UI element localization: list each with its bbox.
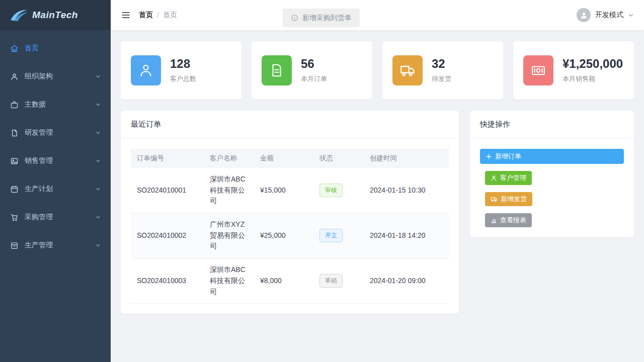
user-icon: [131, 55, 161, 85]
sidebar-item-label: 首页: [25, 44, 39, 53]
sidebar: MainTech 首页 组织架构 主数据: [0, 0, 111, 362]
breadcrumb-separator: /: [157, 11, 159, 19]
maintech-logo: MainTech: [0, 0, 111, 30]
stat-label: 本月订单: [301, 74, 327, 83]
chevron-down-icon: [96, 74, 101, 79]
dashboard-content: 128 客户总数 56 本月订单: [111, 30, 644, 362]
recent-orders-panel: 最近订单 订单编号 客户名称 金额 状态: [121, 111, 459, 314]
sidebar-item-procurement[interactable]: 采购管理: [0, 203, 111, 231]
panel-title: 快捷操作: [470, 111, 634, 139]
chevron-down-icon: [96, 102, 101, 107]
panel-title: 最近订单: [121, 111, 459, 139]
chevron-down-icon: [96, 215, 101, 220]
col-created: 创建时间: [364, 149, 449, 168]
user-icon: [491, 175, 497, 182]
orders-table-wrap: 订单编号 客户名称 金额 状态 创建时间 SO2024010001: [121, 139, 459, 314]
sidebar-toggle-icon[interactable]: [121, 10, 131, 20]
quick-actions-body: 新增订单 客户管理 新增发货: [470, 139, 634, 237]
sidebar-item-production-plan[interactable]: 生产计划: [0, 175, 111, 203]
status-badge: 开立: [319, 229, 343, 242]
document-icon: [262, 55, 292, 85]
breadcrumb: 首页 / 首页: [139, 11, 177, 20]
new-purchase-arrival-button[interactable]: 新增采购到货单: [283, 9, 360, 27]
chart-image-icon: [10, 157, 19, 165]
sidebar-menu: 首页 组织架构 主数据 研发管理: [0, 30, 111, 259]
truck-icon: [392, 55, 423, 85]
action-button-label: 新增采购到货单: [302, 14, 352, 23]
top-header: 首页 / 首页 新增采购到货单 开发模式: [111, 0, 644, 30]
logo-swoosh-icon: [9, 8, 28, 22]
recent-orders-table: 订单编号 客户名称 金额 状态 创建时间 SO2024010001: [131, 149, 449, 304]
order-created: 2024-01-20 09:00: [364, 258, 449, 304]
main-area: 首页 / 首页 新增采购到货单 开发模式: [111, 0, 644, 362]
document-icon: [10, 129, 19, 137]
customer-management-button[interactable]: 客户管理: [485, 171, 532, 185]
new-order-button[interactable]: 新增订单: [480, 149, 624, 164]
order-customer: 深圳市ABC科技有限公司: [204, 258, 254, 304]
sidebar-item-label: 主数据: [25, 100, 46, 109]
brand-name: MainTech: [32, 10, 78, 21]
breadcrumb-current: 首页: [163, 11, 177, 20]
status-badge: 草稿: [319, 274, 343, 288]
dashboard-panels: 最近订单 订单编号 客户名称 金额 状态: [121, 111, 634, 314]
table-row[interactable]: SO2024010003 深圳市ABC科技有限公司 ¥8,000 草稿 2024…: [131, 258, 449, 304]
col-amount: 金额: [254, 149, 313, 168]
stat-label: 客户总数: [170, 74, 196, 83]
home-icon: [10, 44, 19, 53]
col-status: 状态: [313, 149, 364, 168]
chevron-down-icon: [96, 130, 101, 135]
breadcrumb-home[interactable]: 首页: [139, 11, 153, 20]
report-icon: [491, 217, 497, 224]
truck-icon: [491, 196, 498, 203]
table-header-row: 订单编号 客户名称 金额 状态 创建时间: [131, 149, 449, 168]
sidebar-item-production-mgmt[interactable]: 生产管理: [0, 231, 111, 259]
stat-card-text: ¥1,250,000 本月销售额: [562, 57, 623, 83]
avatar: [577, 8, 591, 22]
sidebar-item-organization[interactable]: 组织架构: [0, 62, 111, 90]
chevron-down-icon: [96, 243, 101, 248]
quick-actions-panel: 快捷操作 新增订单 客户管理: [470, 111, 634, 237]
stat-value: ¥1,250,000: [562, 57, 623, 70]
stat-value: 32: [432, 57, 451, 70]
order-created: 2024-01-15 10:30: [364, 168, 449, 213]
user-icon: [10, 72, 19, 81]
col-order-id: 订单编号: [131, 149, 204, 168]
order-created: 2024-01-18 14:20: [364, 213, 449, 258]
quick-button-label: 新增发货: [501, 195, 527, 204]
order-amount: ¥25,000: [254, 213, 313, 258]
stat-label: 本月销售额: [562, 74, 623, 83]
sidebar-item-home[interactable]: 首页: [0, 34, 111, 62]
stat-value: 128: [170, 57, 196, 70]
new-shipment-button[interactable]: 新增发货: [485, 192, 532, 206]
view-reports-button[interactable]: 查看报表: [485, 213, 532, 227]
order-id: SO2024010001: [131, 168, 204, 213]
money-icon: [523, 55, 553, 85]
stat-card-pending-shipments: 32 待发货: [382, 41, 503, 100]
sidebar-item-label: 生产管理: [25, 241, 53, 250]
sidebar-item-master-data[interactable]: 主数据: [0, 90, 111, 119]
box-icon: [10, 241, 19, 250]
chevron-down-icon: [96, 158, 101, 163]
sidebar-item-label: 采购管理: [25, 213, 53, 222]
quick-button-label: 新增订单: [495, 152, 521, 161]
sidebar-item-sales[interactable]: 销售管理: [0, 147, 111, 175]
quick-button-label: 客户管理: [500, 173, 526, 183]
order-id: SO2024010002: [131, 213, 204, 258]
stat-label: 待发货: [432, 74, 451, 83]
chevron-down-icon: [96, 187, 101, 192]
order-id: SO2024010003: [131, 258, 204, 304]
order-customer: 深圳市ABC科技有限公司: [204, 168, 254, 213]
col-customer: 客户名称: [204, 149, 254, 168]
stat-value: 56: [301, 57, 327, 70]
quick-button-label: 查看报表: [500, 216, 526, 225]
user-menu[interactable]: 开发模式: [577, 8, 634, 22]
stat-card-monthly-sales: ¥1,250,000 本月销售额: [513, 41, 634, 100]
sidebar-item-label: 组织架构: [25, 72, 53, 81]
app-window: MainTech 首页 组织架构 主数据: [0, 0, 644, 362]
sidebar-item-rnd[interactable]: 研发管理: [0, 119, 111, 147]
briefcase-icon: [10, 101, 19, 109]
table-row[interactable]: SO2024010002 广州市XYZ贸易有限公司 ¥25,000 开立 202…: [131, 213, 449, 258]
table-row[interactable]: SO2024010001 深圳市ABC科技有限公司 ¥15,000 审核 202…: [131, 168, 449, 213]
stat-card-text: 128 客户总数: [170, 57, 196, 83]
order-amount: ¥8,000: [254, 258, 313, 304]
